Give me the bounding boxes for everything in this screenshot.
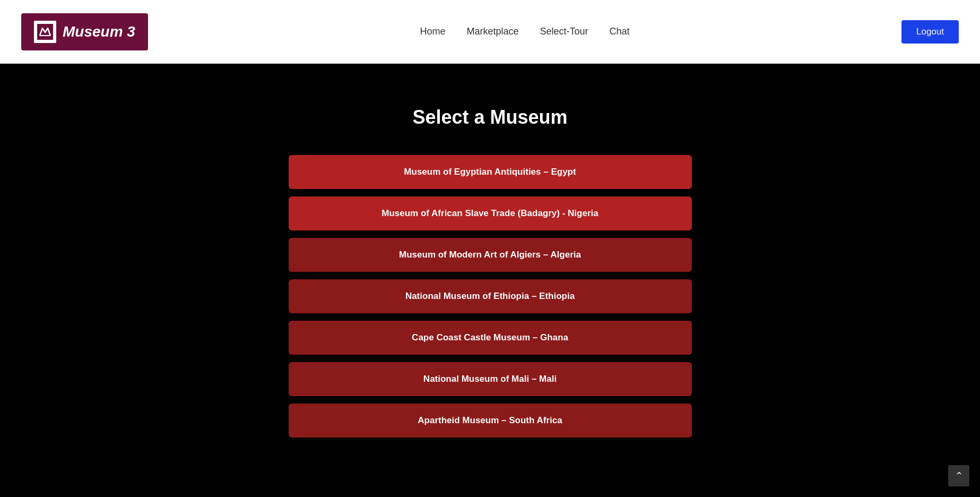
logo-icon bbox=[34, 21, 56, 43]
museum-btn-4[interactable]: Cape Coast Castle Museum – Ghana bbox=[289, 321, 692, 355]
nav-chat[interactable]: Chat bbox=[610, 26, 630, 37]
navbar: Museum 3 Home Marketplace Select-Tour Ch… bbox=[0, 0, 980, 64]
logo-link[interactable]: Museum 3 bbox=[21, 13, 148, 50]
logo-text: Museum 3 bbox=[63, 23, 135, 40]
nav-home[interactable]: Home bbox=[420, 26, 445, 37]
museum-btn-0[interactable]: Museum of Egyptian Antiquities – Egypt bbox=[289, 155, 692, 189]
museum-btn-2[interactable]: Museum of Modern Art of Algiers – Algeri… bbox=[289, 238, 692, 272]
museum-btn-1[interactable]: Museum of African Slave Trade (Badagry) … bbox=[289, 196, 692, 230]
museum-btn-6[interactable]: Apartheid Museum – South Africa bbox=[289, 404, 692, 438]
main-content: Select a Museum Museum of Egyptian Antiq… bbox=[0, 64, 980, 497]
nav-select-tour[interactable]: Select-Tour bbox=[540, 26, 588, 37]
navbar-links: Home Marketplace Select-Tour Chat bbox=[420, 26, 629, 37]
museum-btn-5[interactable]: National Museum of Mali – Mali bbox=[289, 362, 692, 396]
museum-list: Museum of Egyptian Antiquities – Egypt M… bbox=[289, 155, 692, 438]
chevron-up-icon: ⌃ bbox=[955, 470, 963, 482]
logout-button[interactable]: Logout bbox=[901, 20, 959, 44]
scroll-top-button[interactable]: ⌃ bbox=[948, 465, 969, 486]
museum-btn-3[interactable]: National Museum of Ethiopia – Ethiopia bbox=[289, 279, 692, 313]
page-title: Select a Museum bbox=[412, 106, 567, 128]
nav-marketplace[interactable]: Marketplace bbox=[466, 26, 518, 37]
